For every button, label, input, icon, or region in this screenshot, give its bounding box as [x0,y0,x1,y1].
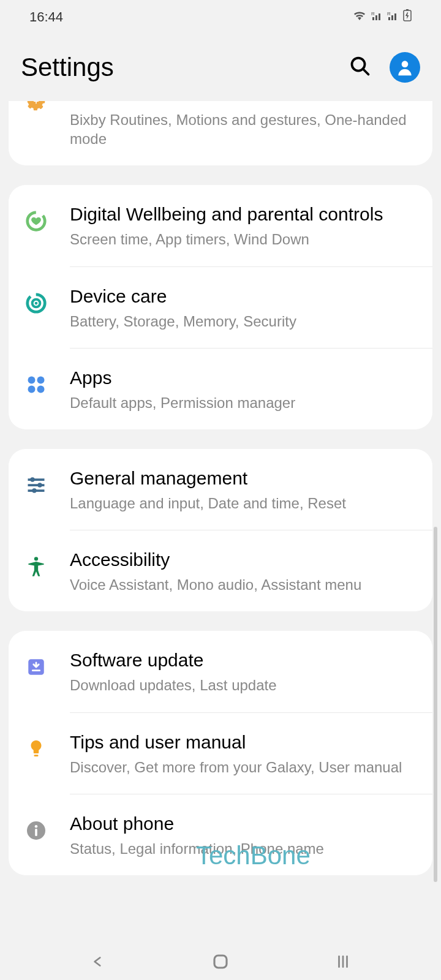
svg-point-20 [32,488,37,493]
info-icon [21,815,51,846]
setting-device-care[interactable]: Device care Battery, Storage, Memory, Se… [9,267,432,348]
svg-text:R: R [387,11,391,17]
svg-point-18 [37,483,42,488]
scroll-indicator[interactable] [434,527,437,882]
wellbeing-icon [21,206,51,236]
nav-recents-button[interactable] [331,949,355,974]
item-title: Device care [70,284,420,308]
setting-digital-wellbeing[interactable]: Digital Wellbeing and parental controls … [9,185,432,266]
nav-home-button[interactable] [208,949,233,974]
signal-r1-icon: R [371,9,382,25]
header: Settings [0,34,441,101]
search-button[interactable] [349,55,371,80]
item-title: Digital Wellbeing and parental controls [70,202,420,226]
svg-rect-23 [34,755,38,756]
svg-point-11 [28,376,36,383]
item-subtitle: Language and input, Date and time, Reset [70,494,420,513]
item-title: Accessibility [70,548,420,571]
item-subtitle: Status, Legal information, Phone name [70,839,420,858]
wifi-icon [353,9,366,25]
setting-tips-user-manual[interactable]: Tips and user manual Discover, Get more … [9,713,432,794]
setting-about-phone[interactable]: About phone Status, Legal information, P… [9,794,432,875]
item-subtitle: Screen time, App timers, Wind Down [70,230,420,249]
svg-rect-27 [214,956,227,968]
svg-rect-3 [406,9,409,10]
item-title: Tips and user manual [70,730,420,754]
svg-point-25 [35,825,38,828]
status-icons: R R [353,9,412,25]
svg-point-14 [37,385,45,393]
person-icon [21,551,51,582]
item-subtitle: Default apps, Permission manager [70,393,420,412]
item-subtitle: Battery, Storage, Memory, Security [70,312,420,331]
settings-section: Advanced features Bixby Routines, Motion… [9,101,432,165]
item-title: About phone [70,812,420,835]
svg-point-10 [35,301,38,304]
item-title: General management [70,466,420,490]
item-title: Apps [70,366,420,390]
item-title: Software update [70,648,420,672]
item-subtitle: Download updates, Last update [70,676,420,695]
svg-text:R: R [371,11,375,17]
svg-point-21 [34,557,38,560]
status-bar: 16:44 R R [0,0,441,34]
svg-point-12 [37,376,45,383]
profile-button[interactable] [390,52,420,83]
settings-section: General management Language and input, D… [9,449,432,611]
svg-point-13 [28,385,36,393]
nav-bar [0,943,441,980]
device-care-icon [21,288,51,318]
signal-r2-icon: R [387,9,398,25]
svg-point-6 [402,61,409,67]
setting-general-management[interactable]: General management Language and input, D… [9,449,432,530]
setting-software-update[interactable]: Software update Download updates, Last u… [9,631,432,712]
svg-rect-26 [35,829,37,836]
settings-section: Digital Wellbeing and parental controls … [9,185,432,429]
svg-line-5 [363,69,369,75]
battery-charging-icon [403,9,412,25]
item-subtitle: Voice Assistant, Mono audio, Assistant m… [70,575,420,594]
item-title: Advanced features [70,101,420,107]
setting-accessibility[interactable]: Accessibility Voice Assistant, Mono audi… [9,530,432,611]
svg-point-16 [30,477,35,482]
setting-apps[interactable]: Apps Default apps, Permission manager [9,349,432,429]
sliders-icon [21,470,51,500]
item-subtitle: Discover, Get more from your Galaxy, Use… [70,758,420,777]
update-icon [21,652,51,682]
status-time: 16:44 [29,9,63,25]
page-title: Settings [21,53,114,82]
item-subtitle: Bixby Routines, Motions and gestures, On… [70,110,420,148]
bulb-icon [21,734,51,764]
settings-section: Software update Download updates, Last u… [9,631,432,875]
nav-back-button[interactable] [86,949,110,974]
gear-plus-icon [21,101,51,117]
setting-advanced-features[interactable]: Advanced features Bixby Routines, Motion… [9,101,432,165]
apps-icon [21,369,51,400]
